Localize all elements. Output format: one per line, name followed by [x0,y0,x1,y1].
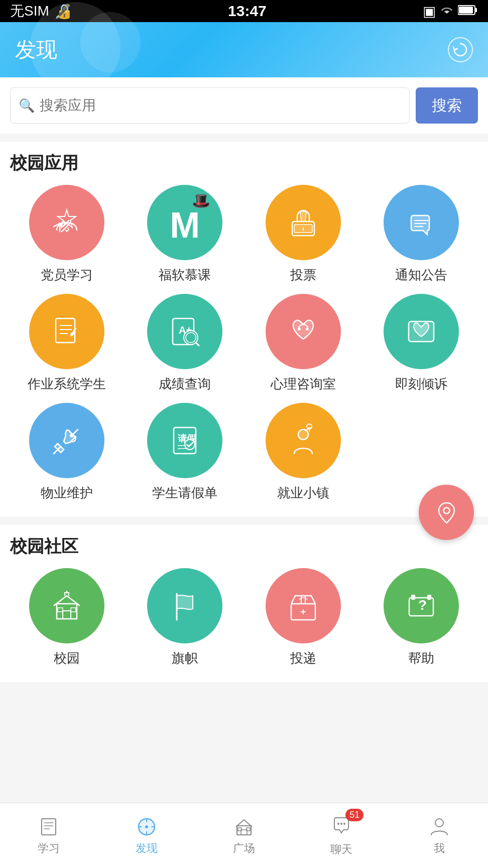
community-school-icon [29,568,104,643]
location-fab[interactable] [419,485,474,540]
svg-point-26 [298,429,308,440]
app-career-label: 就业小镇 [277,484,329,502]
app-psych-icon [266,294,341,369]
svg-line-11 [74,329,76,331]
svg-point-27 [307,424,312,429]
svg-rect-45 [427,595,431,600]
community-flag[interactable]: 旗帜 [129,568,242,667]
app-mooc-icon: M 🎩 [147,185,222,260]
svg-line-16 [196,343,199,346]
svg-point-61 [340,823,342,825]
app-leave[interactable]: 请假 学生请假单 [129,403,242,502]
search-input-wrap[interactable]: 🔍 [10,87,410,124]
app-party[interactable]: 党员学习 [10,185,124,284]
svg-rect-31 [63,611,71,619]
community-help[interactable]: ? 帮助 [365,568,478,667]
status-right: ▣ [423,3,478,20]
svg-point-17 [298,328,301,331]
nav-chat-badge-wrap: 51 [330,815,352,839]
nav-chat[interactable]: 51 聊天 [320,810,362,862]
app-mooc-label: 福软慕课 [159,266,211,284]
nav-study[interactable]: 学习 [28,811,70,861]
search-section: 🔍 搜索 [0,77,488,134]
study-icon [38,816,60,838]
page-header: 发现 [0,22,488,77]
campus-community-section: 校园社区 校园 [0,525,488,682]
app-property[interactable]: 物业维护 [10,403,124,502]
wifi-icon [440,3,454,19]
community-box-icon [266,568,341,643]
refresh-icon[interactable] [448,37,473,62]
svg-rect-46 [42,819,56,835]
app-leave-icon: 请假 [147,403,222,478]
nav-discover-label: 发现 [136,841,158,856]
app-career[interactable]: 就业小镇 [247,403,360,502]
nav-me[interactable]: 我 [418,811,460,861]
app-psych[interactable]: 心理咨询室 [247,294,360,393]
nav-study-label: 学习 [38,841,60,856]
app-confess[interactable]: 即刻倾诉 [365,294,478,393]
svg-point-62 [343,823,345,825]
app-property-icon [29,403,104,478]
vibrate-icon: ▣ [423,3,436,20]
app-leave-label: 学生请假单 [152,484,217,502]
svg-point-60 [337,823,339,825]
header-title: 发现 [15,36,57,64]
nav-plaza-label: 广场 [233,841,255,856]
app-homework-icon [29,294,104,369]
svg-point-18 [306,328,309,331]
app-career-icon [266,403,341,478]
svg-point-51 [145,825,148,828]
svg-rect-56 [237,826,251,835]
community-flag-label: 旗帜 [172,649,198,667]
community-box[interactable]: 投递 [247,568,360,667]
svg-rect-32 [58,608,63,612]
app-psych-label: 心理咨询室 [271,375,336,393]
app-notice[interactable]: 通知公告 [365,185,478,284]
status-left: 无SIM 🔏 [10,2,72,21]
community-school-label: 校园 [54,649,80,667]
nav-me-label: 我 [434,841,445,856]
sim-icon: 🔏 [54,3,72,20]
svg-rect-7 [56,318,75,343]
svg-rect-44 [411,595,415,600]
svg-point-63 [435,819,443,827]
app-vote-label: 投票 [290,266,316,284]
app-vote[interactable]: 投票 [247,185,360,284]
app-homework-label: 作业系统学生 [28,375,106,393]
app-homework[interactable]: 作业系统学生 [10,294,124,393]
discover-icon [136,816,158,838]
app-party-icon [29,185,104,260]
community-help-label: 帮助 [408,649,434,667]
campus-community-title: 校园社区 [10,535,478,558]
app-confess-icon [384,294,459,369]
chat-badge: 51 [345,809,363,821]
app-grade[interactable]: A+ 成绩查询 [129,294,242,393]
community-help-icon: ? [384,568,459,643]
search-magnifier-icon: 🔍 [19,98,35,114]
campus-community-grid: 校园 旗帜 [10,568,478,667]
search-button[interactable]: 搜索 [416,87,478,124]
community-school[interactable]: 校园 [10,568,124,667]
svg-rect-1 [475,8,477,12]
nav-discover[interactable]: 发现 [126,811,168,861]
app-confess-label: 即刻倾诉 [395,375,447,393]
app-grade-icon: A+ [147,294,222,369]
app-notice-icon [384,185,459,260]
svg-rect-57 [241,830,247,835]
campus-apps-section: 校园应用 党员学习 [0,142,488,517]
status-bar: 无SIM 🔏 13:47 ▣ [0,0,488,22]
app-grade-label: 成绩查询 [159,375,211,393]
time-display: 13:47 [228,3,267,20]
campus-apps-grid: 党员学习 M 🎩 福软慕课 [10,185,478,502]
svg-point-29 [443,507,449,513]
svg-text:?: ? [418,597,427,613]
nav-plaza[interactable]: 广场 [223,811,265,861]
campus-apps-title: 校园应用 [10,152,478,175]
app-mooc[interactable]: M 🎩 福软慕课 [129,185,242,284]
search-input[interactable] [40,97,401,114]
app-vote-icon [266,185,341,260]
app-property-label: 物业维护 [41,484,93,502]
battery-icon [458,3,478,19]
community-flag-icon [147,568,222,643]
